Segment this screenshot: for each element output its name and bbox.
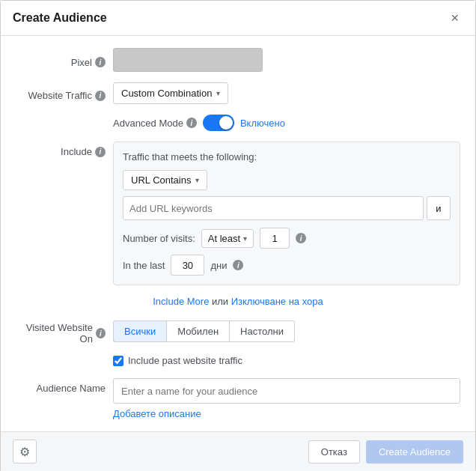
url-input-row: и bbox=[123, 196, 451, 220]
website-traffic-label: Website Traffic i bbox=[16, 85, 113, 101]
advanced-mode-label: Advanced Mode i bbox=[113, 118, 197, 129]
advanced-mode-toggle[interactable] bbox=[203, 115, 234, 131]
footer-left: ⚙ bbox=[13, 440, 37, 464]
toggle-thumb bbox=[219, 116, 233, 130]
days-input[interactable] bbox=[171, 255, 204, 276]
website-traffic-content: Custom Combination ▾ bbox=[113, 82, 460, 104]
in-the-last-label: In the last bbox=[123, 260, 165, 271]
advanced-mode-info-icon: i bbox=[186, 118, 197, 128]
include-info-icon: i bbox=[95, 147, 106, 157]
audience-name-label: Audience Name bbox=[16, 378, 113, 394]
url-keywords-input[interactable] bbox=[123, 196, 424, 220]
create-audience-dialog: Create Audience × Pixel i Website Traffi… bbox=[0, 0, 476, 471]
at-least-arrow: ▾ bbox=[243, 234, 247, 243]
device-btn-mobile[interactable]: Мобилен bbox=[166, 320, 230, 342]
device-btn-desktop[interactable]: Настолни bbox=[230, 320, 295, 342]
pixel-input-field[interactable] bbox=[113, 48, 263, 72]
website-traffic-selected: Custom Combination bbox=[121, 88, 212, 99]
visited-website-row: Visited Website On i Всички Мобилен Наст… bbox=[16, 317, 460, 344]
website-traffic-dropdown[interactable]: Custom Combination ▾ bbox=[113, 82, 228, 104]
include-content: Traffic that meets the following: URL Co… bbox=[113, 142, 460, 285]
visits-info-icon: i bbox=[296, 233, 306, 243]
days-info-icon: i bbox=[233, 260, 243, 270]
past-traffic-label: Include past website traffic bbox=[128, 355, 242, 366]
past-traffic-checkbox[interactable] bbox=[113, 356, 123, 366]
url-contains-dropdown[interactable]: URL Contains ▾ bbox=[123, 170, 207, 190]
in-the-last-row: In the last дни i bbox=[123, 255, 451, 276]
include-more-row: Include More или Изключване на хора bbox=[16, 296, 460, 307]
pixel-row: Pixel i bbox=[16, 48, 460, 72]
dialog-body: Pixel i Website Traffic i Custom Combina… bbox=[1, 36, 475, 431]
include-label: Include i bbox=[16, 142, 113, 157]
pixel-content bbox=[113, 48, 460, 72]
device-btn-all[interactable]: Всички bbox=[113, 320, 166, 342]
toggle-on-label: Включено bbox=[240, 118, 285, 129]
advanced-mode-row: Advanced Mode i Включено bbox=[16, 115, 460, 131]
url-contains-label: URL Contains bbox=[131, 174, 191, 186]
days-label: дни bbox=[210, 260, 227, 271]
past-traffic-row: Include past website traffic bbox=[16, 355, 460, 366]
visited-website-content: Всички Мобилен Настолни bbox=[113, 320, 460, 342]
close-button[interactable]: × bbox=[446, 10, 463, 26]
include-box: Traffic that meets the following: URL Co… bbox=[113, 142, 460, 285]
visited-website-label: Visited Website On i bbox=[16, 317, 113, 344]
website-traffic-info-icon: i bbox=[95, 91, 106, 101]
exclude-link[interactable]: Изключване на хора bbox=[231, 296, 323, 307]
visits-number-input[interactable] bbox=[260, 228, 290, 249]
visits-row: Number of visits: At least ▾ i bbox=[123, 228, 451, 249]
audience-name-row: Audience Name bbox=[16, 378, 460, 404]
at-least-label: At least bbox=[208, 233, 240, 244]
toggle-track bbox=[203, 115, 234, 131]
device-buttons: Всички Мобилен Настолни bbox=[113, 320, 460, 342]
include-header: Traffic that meets the following: bbox=[123, 151, 451, 162]
create-audience-button[interactable]: Create Audience bbox=[366, 440, 463, 464]
include-more-link[interactable]: Include More bbox=[153, 296, 209, 307]
website-traffic-arrow: ▾ bbox=[216, 89, 220, 97]
pixel-info-icon: i bbox=[95, 57, 106, 67]
visits-label: Number of visits: bbox=[123, 233, 195, 244]
url-dropdown-arrow: ▾ bbox=[195, 176, 199, 184]
dialog-title: Create Audience bbox=[13, 11, 107, 25]
gear-icon: ⚙ bbox=[19, 445, 30, 459]
add-description-row: Добавете описание bbox=[16, 408, 460, 419]
footer-right: Отказ Create Audience bbox=[308, 440, 463, 464]
include-row: Include i Traffic that meets the followi… bbox=[16, 142, 460, 285]
dialog-header: Create Audience × bbox=[1, 1, 475, 36]
at-least-dropdown[interactable]: At least ▾ bbox=[201, 229, 254, 248]
visited-website-info-icon: i bbox=[96, 328, 106, 338]
gear-button[interactable]: ⚙ bbox=[13, 440, 37, 464]
dialog-footer: ⚙ Отказ Create Audience bbox=[1, 431, 475, 471]
website-traffic-row: Website Traffic i Custom Combination ▾ bbox=[16, 82, 460, 104]
add-description-link[interactable]: Добавете описание bbox=[113, 408, 201, 419]
audience-name-input[interactable] bbox=[113, 378, 460, 404]
and-button[interactable]: и bbox=[427, 196, 451, 220]
pixel-label: Pixel i bbox=[16, 52, 113, 68]
cancel-button[interactable]: Отказ bbox=[308, 440, 360, 464]
